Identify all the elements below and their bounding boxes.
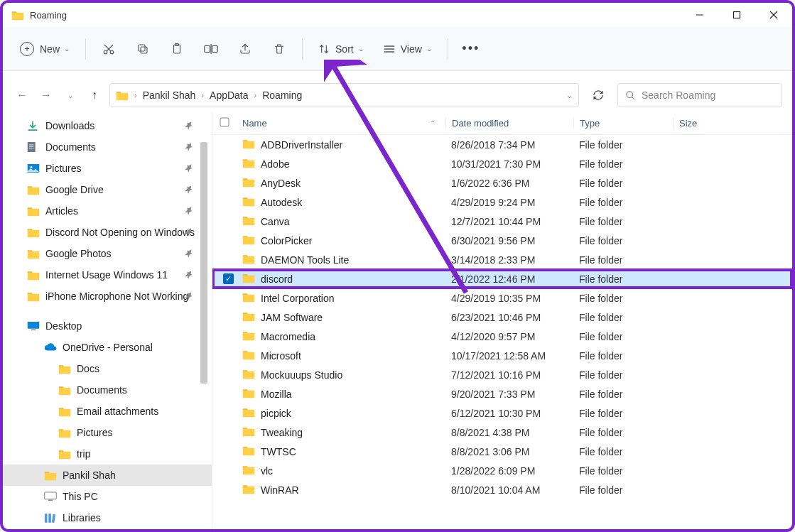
table-row[interactable]: ✓discord2/1/2022 12:46 PMFile folder <box>212 269 792 288</box>
close-button[interactable] <box>755 3 792 27</box>
table-row[interactable]: Mozilla9/20/2021 7:33 PMFile folder <box>212 384 792 403</box>
minimize-button[interactable] <box>681 3 718 27</box>
clipboard-icon <box>171 43 183 55</box>
cut-button[interactable] <box>94 36 123 63</box>
pin-icon <box>183 247 195 260</box>
breadcrumb-item[interactable]: Pankil Shah <box>143 89 196 101</box>
sort-button[interactable]: Sort ⌄ <box>311 36 371 63</box>
folder-icon <box>116 90 129 101</box>
sidebar-item[interactable]: Email attachments <box>3 401 212 422</box>
sidebar-item[interactable]: Downloads <box>3 115 212 136</box>
svg-point-16 <box>627 91 633 97</box>
svg-point-24 <box>31 166 33 168</box>
table-row[interactable]: Canva12/7/2021 10:44 PMFile folder <box>212 212 792 231</box>
table-row[interactable]: JAM Software6/23/2021 10:46 PMFile folde… <box>212 308 792 327</box>
column-type[interactable]: Type <box>573 118 673 129</box>
table-row[interactable]: vlc1/28/2022 6:09 PMFile folder <box>212 461 792 480</box>
pin-icon <box>183 268 195 281</box>
breadcrumb[interactable]: › Pankil Shah › AppData › Roaming ⌄ <box>109 83 579 107</box>
folder-icon <box>242 465 255 477</box>
sidebar-item-label: Pictures <box>45 163 82 174</box>
sidebar-item[interactable]: iPhone Microphone Not Working <box>3 286 212 307</box>
file-type: File folder <box>573 178 673 189</box>
sidebar-item[interactable]: Documents <box>3 136 212 158</box>
table-row[interactable]: picpick6/12/2021 10:30 PMFile folder <box>212 403 792 423</box>
sidebar-item[interactable]: Docs <box>3 358 212 379</box>
table-row[interactable]: DAEMON Tools Lite3/14/2018 2:33 PMFile f… <box>212 250 792 269</box>
folder-icon <box>242 426 255 439</box>
sidebar-item[interactable]: trip <box>3 443 212 465</box>
history-dropdown[interactable]: ⌄ <box>61 92 80 99</box>
file-date: 10/17/2021 12:58 AM <box>445 350 573 362</box>
checkbox-checked[interactable]: ✓ <box>223 273 234 284</box>
search-input[interactable]: Search Roaming <box>617 83 782 107</box>
up-button[interactable]: ↑ <box>85 89 104 102</box>
scrollbar[interactable] <box>200 142 207 384</box>
sidebar-item-thispc[interactable]: This PC <box>3 486 212 507</box>
view-button[interactable]: View ⌄ <box>377 36 439 63</box>
table-row[interactable]: Tweaking8/8/2021 4:38 PMFile folder <box>212 423 792 442</box>
sidebar-item-desktop[interactable]: Desktop <box>3 315 212 337</box>
folder-icon <box>242 407 255 420</box>
file-date: 8/10/2021 10:04 AM <box>445 484 573 496</box>
svg-rect-19 <box>28 142 36 152</box>
sidebar-item[interactable]: Google Photos <box>3 243 212 264</box>
svg-rect-29 <box>45 514 48 523</box>
paste-button[interactable] <box>163 36 191 63</box>
table-row[interactable]: WinRAR8/10/2021 10:04 AMFile folder <box>212 480 792 499</box>
sidebar-item[interactable]: Google Drive <box>3 179 212 200</box>
select-all-checkbox[interactable] <box>220 117 229 127</box>
rename-button[interactable] <box>197 36 225 63</box>
share-button[interactable] <box>231 36 259 63</box>
table-row[interactable]: Macromedia4/12/2020 9:57 PMFile folder <box>212 327 792 346</box>
sidebar-item-label: Documents <box>45 141 96 153</box>
maximize-button[interactable] <box>718 3 755 27</box>
delete-button[interactable] <box>265 36 293 63</box>
file-date: 3/14/2018 2:33 PM <box>445 254 573 266</box>
column-size[interactable]: Size <box>673 118 792 129</box>
svg-line-17 <box>632 97 634 99</box>
folder-icon <box>27 227 40 238</box>
table-row[interactable]: Mockuuups Studio7/12/2021 10:16 PMFile f… <box>212 365 792 384</box>
file-name: WinRAR <box>261 484 299 496</box>
pc-icon <box>44 492 57 501</box>
new-button[interactable]: + New ⌄ <box>13 36 77 63</box>
forward-button[interactable]: → <box>37 89 55 102</box>
more-button[interactable]: ••• <box>457 36 485 63</box>
file-type: File folder <box>573 254 673 266</box>
sidebar-item-libraries[interactable]: Libraries <box>3 507 212 528</box>
breadcrumb-item[interactable]: AppData <box>210 89 248 101</box>
copy-button[interactable] <box>129 36 157 63</box>
column-date[interactable]: Date modified <box>445 118 573 129</box>
table-row[interactable]: Microsoft10/17/2021 12:58 AMFile folder <box>212 346 792 365</box>
sidebar-item[interactable]: Pictures <box>3 158 212 179</box>
chevron-down-icon[interactable]: ⌄ <box>566 91 573 100</box>
sidebar-item[interactable]: Discord Not Opening on Windows <box>3 222 212 243</box>
file-type: File folder <box>573 484 673 496</box>
table-row[interactable]: ADBDriverInstaller8/26/2018 7:34 PMFile … <box>212 135 792 154</box>
folder-icon <box>242 292 255 305</box>
sidebar-item[interactable]: Articles <box>3 200 212 222</box>
table-row[interactable]: TWTSC8/8/2021 3:06 PMFile folder <box>212 442 792 461</box>
breadcrumb-item[interactable]: Roaming <box>262 89 302 101</box>
table-row[interactable]: Intel Corporation4/29/2019 10:35 PMFile … <box>212 288 792 308</box>
table-row[interactable]: ColorPicker6/30/2021 9:56 PMFile folder <box>212 231 792 250</box>
table-row[interactable]: Adobe10/31/2021 7:30 PMFile folder <box>212 154 792 173</box>
table-row[interactable]: Autodesk4/29/2019 9:24 PMFile folder <box>212 192 792 212</box>
refresh-button[interactable] <box>585 83 612 107</box>
back-button[interactable]: ← <box>13 89 31 102</box>
ellipsis-icon: ••• <box>462 41 480 56</box>
sidebar-item-user[interactable]: Pankil Shah <box>3 465 212 486</box>
sidebar-item[interactable]: Pictures <box>3 422 212 443</box>
file-name: ADBDriverInstaller <box>261 139 342 151</box>
sidebar-item-onedrive[interactable]: OneDrive - Personal <box>3 337 212 358</box>
table-row[interactable]: AnyDesk1/6/2022 6:36 PMFile folder <box>212 173 792 192</box>
share-icon <box>239 43 252 55</box>
file-name: Intel Corporation <box>261 293 335 304</box>
sidebar-item[interactable]: Documents <box>3 379 212 401</box>
folder-icon <box>242 369 255 381</box>
sidebar-item[interactable]: Internet Usage Windows 11 <box>3 264 212 286</box>
column-name[interactable]: Name⌃ <box>237 118 445 129</box>
folder-icon <box>242 311 255 324</box>
folder-icon <box>27 185 40 195</box>
